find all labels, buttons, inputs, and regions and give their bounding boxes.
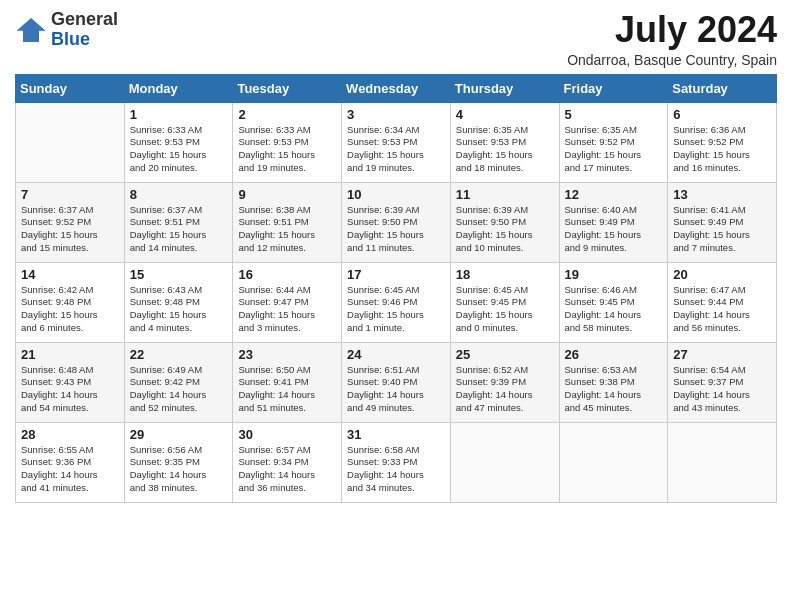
day-number: 19 <box>565 267 663 282</box>
calendar-cell: 18Sunrise: 6:45 AM Sunset: 9:45 PM Dayli… <box>450 262 559 342</box>
column-header-tuesday: Tuesday <box>233 74 342 102</box>
calendar-cell: 24Sunrise: 6:51 AM Sunset: 9:40 PM Dayli… <box>342 342 451 422</box>
day-info: Sunrise: 6:39 AM Sunset: 9:50 PM Dayligh… <box>347 204 445 255</box>
day-number: 28 <box>21 427 119 442</box>
day-number: 23 <box>238 347 336 362</box>
calendar-cell: 6Sunrise: 6:36 AM Sunset: 9:52 PM Daylig… <box>668 102 777 182</box>
column-header-wednesday: Wednesday <box>342 74 451 102</box>
day-info: Sunrise: 6:37 AM Sunset: 9:51 PM Dayligh… <box>130 204 228 255</box>
day-info: Sunrise: 6:43 AM Sunset: 9:48 PM Dayligh… <box>130 284 228 335</box>
day-info: Sunrise: 6:36 AM Sunset: 9:52 PM Dayligh… <box>673 124 771 175</box>
logo-icon <box>15 16 47 44</box>
page: General Blue July 2024 Ondarroa, Basque … <box>0 0 792 612</box>
day-number: 26 <box>565 347 663 362</box>
calendar-cell: 20Sunrise: 6:47 AM Sunset: 9:44 PM Dayli… <box>668 262 777 342</box>
day-number: 30 <box>238 427 336 442</box>
calendar-week-row: 28Sunrise: 6:55 AM Sunset: 9:36 PM Dayli… <box>16 422 777 502</box>
day-info: Sunrise: 6:54 AM Sunset: 9:37 PM Dayligh… <box>673 364 771 415</box>
day-number: 14 <box>21 267 119 282</box>
calendar-week-row: 7Sunrise: 6:37 AM Sunset: 9:52 PM Daylig… <box>16 182 777 262</box>
day-info: Sunrise: 6:50 AM Sunset: 9:41 PM Dayligh… <box>238 364 336 415</box>
calendar-cell <box>668 422 777 502</box>
day-info: Sunrise: 6:55 AM Sunset: 9:36 PM Dayligh… <box>21 444 119 495</box>
day-number: 12 <box>565 187 663 202</box>
day-number: 21 <box>21 347 119 362</box>
day-number: 17 <box>347 267 445 282</box>
day-info: Sunrise: 6:49 AM Sunset: 9:42 PM Dayligh… <box>130 364 228 415</box>
column-header-friday: Friday <box>559 74 668 102</box>
column-header-saturday: Saturday <box>668 74 777 102</box>
calendar-cell: 21Sunrise: 6:48 AM Sunset: 9:43 PM Dayli… <box>16 342 125 422</box>
day-number: 6 <box>673 107 771 122</box>
day-info: Sunrise: 6:46 AM Sunset: 9:45 PM Dayligh… <box>565 284 663 335</box>
day-number: 8 <box>130 187 228 202</box>
day-number: 1 <box>130 107 228 122</box>
calendar-cell: 26Sunrise: 6:53 AM Sunset: 9:38 PM Dayli… <box>559 342 668 422</box>
calendar-cell: 19Sunrise: 6:46 AM Sunset: 9:45 PM Dayli… <box>559 262 668 342</box>
calendar-week-row: 14Sunrise: 6:42 AM Sunset: 9:48 PM Dayli… <box>16 262 777 342</box>
calendar-cell: 8Sunrise: 6:37 AM Sunset: 9:51 PM Daylig… <box>124 182 233 262</box>
day-info: Sunrise: 6:45 AM Sunset: 9:46 PM Dayligh… <box>347 284 445 335</box>
calendar-cell: 25Sunrise: 6:52 AM Sunset: 9:39 PM Dayli… <box>450 342 559 422</box>
calendar-cell <box>16 102 125 182</box>
calendar-cell: 12Sunrise: 6:40 AM Sunset: 9:49 PM Dayli… <box>559 182 668 262</box>
calendar-cell: 10Sunrise: 6:39 AM Sunset: 9:50 PM Dayli… <box>342 182 451 262</box>
day-info: Sunrise: 6:45 AM Sunset: 9:45 PM Dayligh… <box>456 284 554 335</box>
day-info: Sunrise: 6:58 AM Sunset: 9:33 PM Dayligh… <box>347 444 445 495</box>
calendar-cell: 31Sunrise: 6:58 AM Sunset: 9:33 PM Dayli… <box>342 422 451 502</box>
day-info: Sunrise: 6:47 AM Sunset: 9:44 PM Dayligh… <box>673 284 771 335</box>
column-header-monday: Monday <box>124 74 233 102</box>
day-number: 9 <box>238 187 336 202</box>
day-number: 20 <box>673 267 771 282</box>
location-subtitle: Ondarroa, Basque Country, Spain <box>567 52 777 68</box>
day-info: Sunrise: 6:40 AM Sunset: 9:49 PM Dayligh… <box>565 204 663 255</box>
day-info: Sunrise: 6:35 AM Sunset: 9:53 PM Dayligh… <box>456 124 554 175</box>
calendar-cell: 29Sunrise: 6:56 AM Sunset: 9:35 PM Dayli… <box>124 422 233 502</box>
day-info: Sunrise: 6:34 AM Sunset: 9:53 PM Dayligh… <box>347 124 445 175</box>
day-number: 11 <box>456 187 554 202</box>
calendar-cell: 16Sunrise: 6:44 AM Sunset: 9:47 PM Dayli… <box>233 262 342 342</box>
column-header-sunday: Sunday <box>16 74 125 102</box>
day-number: 5 <box>565 107 663 122</box>
day-number: 13 <box>673 187 771 202</box>
calendar-cell: 7Sunrise: 6:37 AM Sunset: 9:52 PM Daylig… <box>16 182 125 262</box>
day-info: Sunrise: 6:53 AM Sunset: 9:38 PM Dayligh… <box>565 364 663 415</box>
day-number: 15 <box>130 267 228 282</box>
day-number: 18 <box>456 267 554 282</box>
logo-blue-text: Blue <box>51 29 90 49</box>
calendar-cell: 4Sunrise: 6:35 AM Sunset: 9:53 PM Daylig… <box>450 102 559 182</box>
day-number: 27 <box>673 347 771 362</box>
calendar-cell: 13Sunrise: 6:41 AM Sunset: 9:49 PM Dayli… <box>668 182 777 262</box>
day-number: 4 <box>456 107 554 122</box>
calendar-cell: 27Sunrise: 6:54 AM Sunset: 9:37 PM Dayli… <box>668 342 777 422</box>
calendar-table: SundayMondayTuesdayWednesdayThursdayFrid… <box>15 74 777 503</box>
day-number: 24 <box>347 347 445 362</box>
day-info: Sunrise: 6:38 AM Sunset: 9:51 PM Dayligh… <box>238 204 336 255</box>
day-info: Sunrise: 6:42 AM Sunset: 9:48 PM Dayligh… <box>21 284 119 335</box>
calendar-cell: 2Sunrise: 6:33 AM Sunset: 9:53 PM Daylig… <box>233 102 342 182</box>
calendar-cell: 14Sunrise: 6:42 AM Sunset: 9:48 PM Dayli… <box>16 262 125 342</box>
calendar-cell: 1Sunrise: 6:33 AM Sunset: 9:53 PM Daylig… <box>124 102 233 182</box>
day-info: Sunrise: 6:35 AM Sunset: 9:52 PM Dayligh… <box>565 124 663 175</box>
day-info: Sunrise: 6:48 AM Sunset: 9:43 PM Dayligh… <box>21 364 119 415</box>
day-info: Sunrise: 6:56 AM Sunset: 9:35 PM Dayligh… <box>130 444 228 495</box>
day-number: 16 <box>238 267 336 282</box>
day-info: Sunrise: 6:52 AM Sunset: 9:39 PM Dayligh… <box>456 364 554 415</box>
day-number: 3 <box>347 107 445 122</box>
calendar-cell: 30Sunrise: 6:57 AM Sunset: 9:34 PM Dayli… <box>233 422 342 502</box>
day-info: Sunrise: 6:57 AM Sunset: 9:34 PM Dayligh… <box>238 444 336 495</box>
day-number: 31 <box>347 427 445 442</box>
calendar-header-row: SundayMondayTuesdayWednesdayThursdayFrid… <box>16 74 777 102</box>
header: General Blue July 2024 Ondarroa, Basque … <box>15 10 777 68</box>
day-number: 7 <box>21 187 119 202</box>
calendar-cell: 3Sunrise: 6:34 AM Sunset: 9:53 PM Daylig… <box>342 102 451 182</box>
calendar-cell: 23Sunrise: 6:50 AM Sunset: 9:41 PM Dayli… <box>233 342 342 422</box>
day-info: Sunrise: 6:41 AM Sunset: 9:49 PM Dayligh… <box>673 204 771 255</box>
logo-text: General Blue <box>51 10 118 50</box>
calendar-cell: 17Sunrise: 6:45 AM Sunset: 9:46 PM Dayli… <box>342 262 451 342</box>
calendar-week-row: 21Sunrise: 6:48 AM Sunset: 9:43 PM Dayli… <box>16 342 777 422</box>
day-info: Sunrise: 6:37 AM Sunset: 9:52 PM Dayligh… <box>21 204 119 255</box>
calendar-cell <box>450 422 559 502</box>
calendar-cell: 15Sunrise: 6:43 AM Sunset: 9:48 PM Dayli… <box>124 262 233 342</box>
title-block: July 2024 Ondarroa, Basque Country, Spai… <box>567 10 777 68</box>
